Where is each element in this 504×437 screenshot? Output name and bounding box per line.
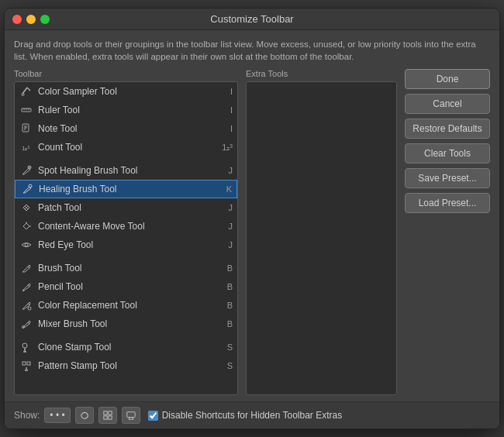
disable-shortcuts-checkbox[interactable] bbox=[148, 411, 158, 421]
content-aware-icon bbox=[19, 219, 33, 233]
panels-row: Toolbar Color Sampler Tool bbox=[14, 69, 397, 395]
grid-icon bbox=[103, 410, 112, 421]
ruler-icon bbox=[19, 103, 33, 117]
clone-stamp-icon bbox=[19, 340, 33, 354]
tool-item-pencil[interactable]: Pencil Tool B bbox=[15, 277, 237, 296]
show-icon-btn-1[interactable] bbox=[75, 407, 94, 424]
tool-item-pattern-stamp[interactable]: Pattern Stamp Tool S bbox=[15, 356, 237, 375]
load-preset-button[interactable]: Load Preset... bbox=[405, 193, 490, 213]
color-replacement-icon bbox=[19, 298, 33, 312]
close-button[interactable] bbox=[12, 15, 22, 24]
tool-item-count[interactable]: 1₂³ Count Tool 1₂³ bbox=[15, 138, 237, 157]
show-icon-btn-3[interactable] bbox=[122, 407, 140, 424]
spot-healing-icon bbox=[19, 163, 33, 177]
tool-shortcut-count: 1₂³ bbox=[222, 143, 233, 153]
extra-tools-label: Extra Tools bbox=[246, 69, 397, 78]
main-area: Toolbar Color Sampler Tool bbox=[14, 69, 490, 395]
tool-shortcut-color-replacement: B bbox=[227, 301, 233, 310]
svg-point-2 bbox=[22, 94, 24, 96]
title-bar: Customize Toolbar bbox=[5, 9, 499, 30]
tool-name-content-aware: Content-Aware Move Tool bbox=[38, 221, 226, 232]
tool-shortcut-pencil: B bbox=[227, 282, 233, 291]
svg-rect-33 bbox=[103, 416, 106, 419]
tool-name-color-sampler: Color Sampler Tool bbox=[38, 86, 227, 97]
tool-name-clone-stamp: Clone Stamp Tool bbox=[38, 342, 224, 353]
mixer-brush-icon bbox=[19, 317, 33, 331]
toolbar-list[interactable]: Color Sampler Tool I bbox=[14, 81, 238, 395]
done-button[interactable]: Done bbox=[405, 69, 490, 89]
tool-item-healing-brush[interactable]: Healing Brush Tool K bbox=[15, 180, 237, 198]
tool-name-healing-brush: Healing Brush Tool bbox=[39, 184, 223, 194]
tool-name-pencil: Pencil Tool bbox=[38, 281, 224, 292]
tool-shortcut-pattern-stamp: S bbox=[227, 361, 233, 370]
disable-shortcuts-label[interactable]: Disable Shortcuts for Hidden Toolbar Ext… bbox=[162, 410, 343, 421]
tool-name-red-eye: Red Eye Tool bbox=[38, 239, 226, 250]
tool-item-patch[interactable]: Patch Tool J bbox=[15, 198, 237, 217]
tool-shortcut-spot-healing: J bbox=[229, 166, 233, 175]
svg-rect-27 bbox=[22, 362, 26, 365]
tool-shortcut-ruler: I bbox=[230, 105, 233, 115]
toolbar-label: Toolbar bbox=[14, 69, 238, 78]
tool-shortcut-clone-stamp: S bbox=[227, 342, 233, 352]
tool-item-ruler[interactable]: Ruler Tool I bbox=[15, 101, 237, 119]
count-icon: 1₂³ bbox=[19, 140, 33, 154]
tool-item-color-sampler[interactable]: Color Sampler Tool I bbox=[15, 82, 237, 101]
patch-icon bbox=[19, 201, 33, 215]
show-dots-button[interactable]: • • • bbox=[44, 408, 70, 423]
restore-defaults-button[interactable]: Restore Defaults bbox=[405, 119, 490, 139]
svg-point-24 bbox=[22, 343, 27, 348]
tool-item-red-eye[interactable]: Red Eye Tool J bbox=[15, 236, 237, 254]
note-icon bbox=[19, 122, 33, 136]
customize-toolbar-window: Customize Toolbar Drag and drop tools or… bbox=[4, 8, 500, 429]
monitor-icon bbox=[126, 410, 136, 421]
tool-shortcut-content-aware: J bbox=[229, 222, 233, 231]
tool-item-content-aware[interactable]: Content-Aware Move Tool J bbox=[15, 217, 237, 236]
tool-shortcut-mixer-brush: B bbox=[227, 319, 233, 329]
tool-name-color-replacement: Color Replacement Tool bbox=[38, 300, 224, 311]
tool-shortcut-brush: B bbox=[227, 263, 233, 273]
tool-name-ruler: Ruler Tool bbox=[38, 105, 227, 115]
tool-shortcut-patch: J bbox=[229, 203, 233, 212]
clear-tools-button[interactable]: Clear Tools bbox=[405, 143, 490, 163]
bottom-bar: Show: • • • D bbox=[5, 401, 499, 428]
tool-shortcut-color-sampler: I bbox=[230, 87, 233, 96]
svg-point-22 bbox=[28, 307, 31, 310]
window-title: Customize Toolbar bbox=[210, 13, 293, 25]
tool-item-spot-healing[interactable]: Spot Healing Brush Tool J bbox=[15, 161, 237, 180]
extra-tools-panel: Extra Tools bbox=[246, 69, 397, 395]
svg-point-20 bbox=[25, 243, 28, 246]
tool-item-brush[interactable]: Brush Tool B bbox=[15, 259, 237, 277]
tool-shortcut-healing-brush: K bbox=[226, 184, 232, 194]
tool-item-note[interactable]: Note Tool I bbox=[15, 119, 237, 138]
tool-item-clone-stamp[interactable]: Clone Stamp Tool S bbox=[15, 338, 237, 356]
svg-line-0 bbox=[27, 88, 30, 91]
dots-icon: • • • bbox=[50, 410, 64, 421]
tool-name-spot-healing: Spot Healing Brush Tool bbox=[38, 165, 226, 176]
svg-rect-28 bbox=[27, 362, 30, 365]
main-content: Drag and drop tools or their groupings i… bbox=[5, 30, 499, 401]
maximize-button[interactable] bbox=[40, 15, 50, 24]
tool-shortcut-note: I bbox=[230, 124, 233, 133]
tool-item-mixer-brush[interactable]: Mixer Brush Tool B bbox=[15, 315, 237, 333]
brush-icon bbox=[19, 261, 33, 275]
right-panel: Done Cancel Restore Defaults Clear Tools… bbox=[405, 69, 490, 395]
pattern-stamp-icon bbox=[19, 359, 33, 373]
show-label: Show: bbox=[14, 410, 40, 421]
red-eye-icon bbox=[19, 238, 33, 252]
svg-rect-31 bbox=[103, 411, 106, 415]
minimize-button[interactable] bbox=[26, 15, 36, 24]
extra-tools-box[interactable] bbox=[246, 81, 397, 395]
svg-line-1 bbox=[22, 88, 27, 94]
save-preset-button[interactable]: Save Preset... bbox=[405, 168, 490, 188]
toolbar-panel: Toolbar Color Sampler Tool bbox=[14, 69, 238, 395]
tool-name-brush: Brush Tool bbox=[38, 263, 224, 274]
cancel-button[interactable]: Cancel bbox=[405, 94, 490, 114]
svg-rect-32 bbox=[108, 411, 111, 415]
checkbox-area: Disable Shortcuts for Hidden Toolbar Ext… bbox=[148, 410, 343, 421]
tool-name-mixer-brush: Mixer Brush Tool bbox=[38, 318, 224, 329]
window-controls bbox=[12, 15, 50, 24]
tool-shortcut-red-eye: J bbox=[229, 240, 233, 249]
description-text: Drag and drop tools or their groupings i… bbox=[14, 38, 490, 63]
show-icon-btn-2[interactable] bbox=[98, 407, 117, 424]
tool-item-color-replacement[interactable]: Color Replacement Tool B bbox=[15, 296, 237, 315]
